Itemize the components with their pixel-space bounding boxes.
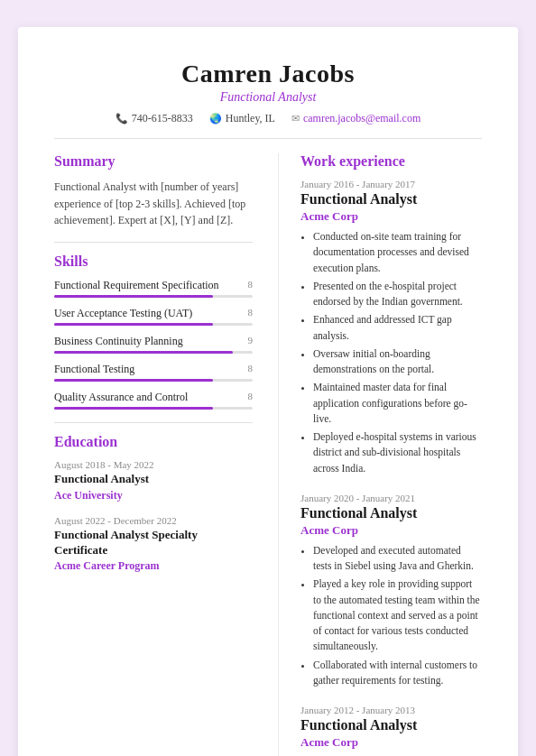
work-company: Acme Corp: [300, 523, 482, 538]
location-contact: 🌏 Huntley, IL: [209, 112, 275, 125]
skill-name: Functional Testing 8: [54, 363, 253, 376]
edu-date: August 2022 - December 2022: [54, 515, 253, 526]
skill-name: Quality Assurance and Control 8: [54, 391, 253, 404]
header-divider: [54, 138, 482, 139]
resume-card: Camren Jacobs Functional Analyst 📞 740-6…: [18, 27, 518, 756]
bullet: Deployed e-hospital systems in various d…: [313, 429, 482, 476]
email-contact: ✉ camren.jacobs@email.com: [291, 112, 420, 125]
bullet: Conducted on-site team training for docu…: [313, 229, 482, 276]
work-company: Acme Corp: [300, 735, 482, 750]
skill-name: User Acceptance Testing (UAT) 8: [54, 307, 253, 320]
skill-bar-fill: [54, 379, 213, 382]
work-list: January 2016 - January 2017 Functional A…: [300, 179, 482, 756]
skill-item: Business Continuity Planning 9: [54, 335, 253, 354]
bullet: Oversaw initial on-boarding demonstratio…: [313, 346, 482, 378]
skill-name: Functional Requirement Specification 8: [54, 279, 253, 292]
bullet: Enhanced and addressed ICT gap analysis.: [313, 312, 482, 344]
bullet: Presented on the e-hospital project endo…: [313, 279, 482, 310]
education-heading: Education: [54, 434, 253, 450]
work-title: Functional Analyst: [300, 191, 482, 207]
skills-heading: Skills: [54, 254, 253, 270]
left-column: Summary Functional Analyst with [number …: [54, 153, 253, 756]
work-bullets: Developed and executed automated tests i…: [300, 543, 482, 688]
email-icon: ✉: [291, 113, 300, 124]
edu-school: Acme Career Program: [54, 559, 253, 573]
bullet: Collaborated with internal customers to …: [313, 658, 482, 689]
email-value: camren.jacobs@email.com: [303, 112, 420, 125]
skill-bar-fill: [54, 407, 213, 410]
edu-item: August 2022 - December 2022 Functional A…: [54, 515, 253, 574]
phone-contact: 📞 740-615-8833: [116, 112, 193, 125]
work-item: January 2012 - January 2013 Functional A…: [300, 705, 482, 756]
skill-bar-bg: [54, 323, 253, 326]
education-section: Education August 2018 - May 2022 Functio…: [54, 434, 253, 574]
skill-bar-fill: [54, 323, 213, 326]
phone-icon: 📞: [116, 113, 128, 124]
skill-item: Functional Requirement Specification 8: [54, 279, 253, 298]
skill-bar-bg: [54, 351, 253, 354]
work-bullets: Conducted on-site team training for docu…: [300, 229, 482, 476]
skill-bar-bg: [54, 407, 253, 410]
edu-degree: Functional Analyst Specialty Certificate: [54, 528, 253, 558]
edu-item: August 2018 - May 2022 Functional Analys…: [54, 459, 253, 502]
work-date: January 2016 - January 2017: [300, 179, 482, 189]
skill-item: Functional Testing 8: [54, 363, 253, 382]
contact-row: 📞 740-615-8833 🌏 Huntley, IL ✉ camren.ja…: [54, 112, 482, 125]
header: Camren Jacobs Functional Analyst 📞 740-6…: [54, 60, 482, 125]
main-columns: Summary Functional Analyst with [number …: [54, 153, 482, 756]
skill-item: User Acceptance Testing (UAT) 8: [54, 307, 253, 326]
skill-item: Quality Assurance and Control 8: [54, 391, 253, 410]
education-list: August 2018 - May 2022 Functional Analys…: [54, 459, 253, 574]
location-icon: 🌏: [209, 113, 222, 124]
skills-divider: [54, 422, 253, 423]
work-date: January 2020 - January 2021: [300, 493, 482, 503]
summary-heading: Summary: [54, 153, 253, 170]
right-column: Work experience January 2016 - January 2…: [278, 153, 482, 756]
summary-text: Functional Analyst with [number of years…: [54, 179, 253, 229]
bullet: Maintained master data for final applica…: [313, 380, 482, 427]
work-item: January 2020 - January 2021 Functional A…: [300, 493, 482, 688]
work-company: Acme Corp: [300, 209, 482, 224]
skills-list: Functional Requirement Specification 8 U…: [54, 279, 253, 410]
work-date: January 2012 - January 2013: [300, 705, 482, 715]
candidate-name: Camren Jacobs: [54, 60, 482, 88]
edu-school: Ace University: [54, 489, 253, 502]
work-title: Functional Analyst: [300, 717, 482, 733]
work-title: Functional Analyst: [300, 505, 482, 521]
bullet: Played a key role in providing support t…: [313, 576, 482, 654]
skill-bar-fill: [54, 295, 213, 298]
bullet: Developed and executed automated tests i…: [313, 543, 482, 575]
edu-degree: Functional Analyst: [54, 472, 253, 487]
edu-date: August 2018 - May 2022: [54, 459, 253, 470]
candidate-title: Functional Analyst: [54, 90, 482, 105]
skill-bar-fill: [54, 351, 233, 354]
summary-divider: [54, 242, 253, 243]
skills-section: Skills Functional Requirement Specificat…: [54, 254, 253, 410]
phone-value: 740-615-8833: [132, 112, 193, 125]
skill-name: Business Continuity Planning 9: [54, 335, 253, 348]
work-heading: Work experience: [300, 153, 482, 170]
location-value: Huntley, IL: [226, 112, 275, 125]
work-item: January 2016 - January 2017 Functional A…: [300, 179, 482, 476]
skill-bar-bg: [54, 295, 253, 298]
skill-bar-bg: [54, 379, 253, 382]
